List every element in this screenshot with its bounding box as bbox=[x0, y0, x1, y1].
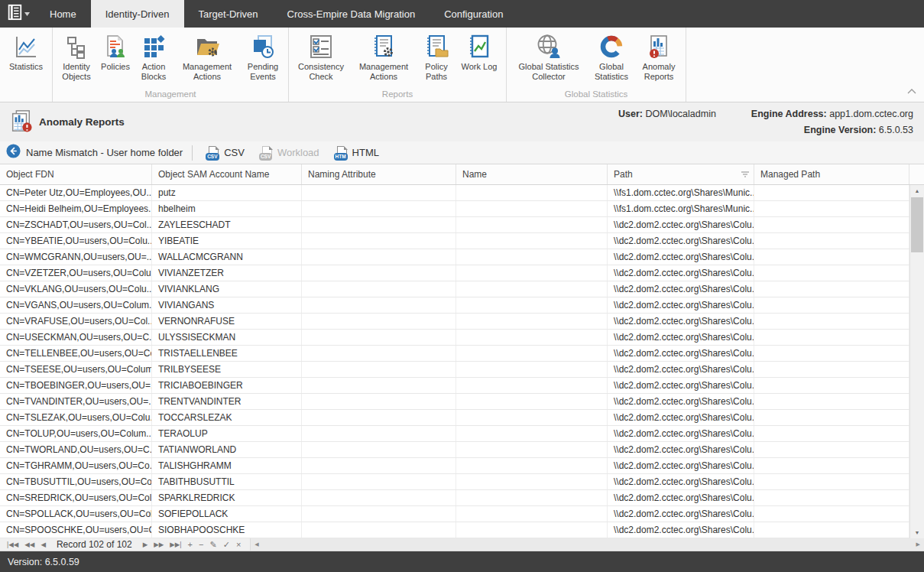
client-version-label: Version: 6.5.0.59 bbox=[8, 557, 79, 567]
table-row[interactable]: CN=Heidi Belheim,OU=Employees...hbelheim… bbox=[0, 201, 909, 217]
post-edit-button[interactable]: ✓ bbox=[220, 538, 233, 551]
ribbon-group-label: Management bbox=[53, 88, 288, 102]
column-header-naming-attribute[interactable]: Naming Attribute bbox=[302, 164, 456, 184]
table-row[interactable]: CN=TGHRAMM,OU=users,OU=Co...TALISHGHRAMM… bbox=[0, 458, 909, 474]
ribbon-button-consistency-check[interactable]: Consistency Check bbox=[292, 32, 350, 83]
table-body: CN=Peter Utz,OU=Employees,OU...putz\\fs1… bbox=[0, 185, 924, 538]
ribbon-button-identity-objects[interactable]: Identity Objects bbox=[56, 32, 97, 83]
table-row[interactable]: CN=TELLENBEE,OU=users,OU=Co...TRISTAELLE… bbox=[0, 346, 909, 362]
column-header-object-sam-account-name[interactable]: Object SAM Account Name bbox=[152, 164, 302, 184]
prior-record-button[interactable]: ◀ bbox=[37, 538, 49, 551]
delete-record-button[interactable]: − bbox=[196, 538, 206, 551]
ribbon-button-anomaly-reports[interactable]: Anomaly Reports bbox=[635, 32, 682, 83]
filter-icon[interactable] bbox=[741, 164, 749, 184]
ribbon-button-statistics[interactable]: Statistics bbox=[3, 32, 49, 73]
donut-chart-icon bbox=[598, 34, 624, 60]
menu-tab-identity-driven[interactable]: Identity-Driven bbox=[91, 0, 184, 28]
engine-address-label: Engine Address: bbox=[751, 109, 827, 119]
ribbon-group: Statistics bbox=[0, 28, 53, 102]
insert-record-button[interactable]: + bbox=[185, 538, 196, 551]
table-row[interactable]: CN=TBUSUTTIL,OU=users,OU=Col...TABITHBUS… bbox=[0, 474, 909, 490]
table-row[interactable]: CN=YBEATIE,OU=users,OU=Colu...YIBEATIE\\… bbox=[0, 233, 909, 249]
table-row[interactable]: CN=WMCGRANN,OU=users,OU=...WALLACMCGRANN… bbox=[0, 249, 909, 265]
table-cell bbox=[302, 346, 456, 361]
ribbon-button-policy-paths[interactable]: Policy Paths bbox=[417, 32, 456, 83]
scroll-down-icon[interactable]: ▼ bbox=[910, 527, 924, 538]
table-row[interactable]: CN=TOLUP,OU=users,OU=Colum...TERAOLUP\\d… bbox=[0, 426, 909, 442]
export-workload-button[interactable]: CSVWorkload bbox=[255, 145, 326, 161]
first-record-button[interactable]: |◀◀ bbox=[4, 538, 21, 551]
menu-tab-target-driven[interactable]: Target-Driven bbox=[184, 0, 273, 28]
table-cell: CN=TSEESE,OU=users,OU=Colum... bbox=[0, 362, 152, 377]
back-button[interactable]: Name Mismatch - User home folder bbox=[6, 144, 183, 161]
edit-record-button[interactable]: ✎ bbox=[206, 538, 219, 551]
table-cell: ULYSSISECKMAN bbox=[152, 330, 302, 345]
doc-gear-icon bbox=[371, 34, 397, 60]
table-cell bbox=[302, 426, 456, 441]
ribbon-group-global-statistics: Global Statistics CollectorGlobal Statis… bbox=[507, 28, 686, 102]
table-cell: TERAOLUP bbox=[152, 426, 302, 441]
scroll-left-icon[interactable]: ◀ bbox=[251, 541, 262, 548]
menu-tab-configuration[interactable]: Configuration bbox=[430, 0, 517, 28]
collapse-ribbon-icon[interactable] bbox=[907, 83, 916, 97]
table-row[interactable]: CN=VGANS,OU=users,OU=Colum...VIVIANGANS\… bbox=[0, 297, 909, 314]
table-cell bbox=[302, 378, 456, 393]
ribbon-button-action-blocks[interactable]: Action Blocks bbox=[134, 32, 173, 83]
column-header-path[interactable]: Path bbox=[608, 164, 754, 184]
table-cell bbox=[456, 314, 608, 329]
ribbon-button-global-statistics[interactable]: Global Statistics bbox=[588, 32, 635, 83]
table-cell bbox=[302, 490, 456, 505]
menu-tab-cross-empire-data-migration[interactable]: Cross-Empire Data Migration bbox=[273, 0, 430, 28]
table-cell: VIVIANGANS bbox=[152, 297, 302, 313]
scroll-up-icon[interactable]: ▲ bbox=[910, 185, 924, 197]
prior-page-button[interactable]: ◀◀ bbox=[21, 538, 37, 551]
export-csv-button[interactable]: CSVCSV bbox=[202, 145, 251, 161]
table-row[interactable]: CN=VZETZER,OU=users,OU=Colu...VIVIANZETZ… bbox=[0, 265, 909, 281]
ribbon-button-global-statistics-collector[interactable]: Global Statistics Collector bbox=[510, 32, 588, 83]
vertical-scrollbar[interactable]: ▲ ▼ bbox=[909, 185, 924, 538]
column-header-object-fdn[interactable]: Object FDN bbox=[0, 164, 152, 184]
ribbon-button-policies[interactable]: Policies bbox=[97, 32, 134, 73]
engine-version-value: 6.5.0.53 bbox=[879, 125, 913, 135]
table-row[interactable]: CN=TSLEZAK,OU=users,OU=Colu...TOCCARSLEZ… bbox=[0, 410, 909, 426]
scroll-right-icon[interactable]: ▶ bbox=[913, 541, 924, 548]
last-record-button[interactable]: ▶▶| bbox=[167, 538, 184, 551]
ribbon-button-label: Anomaly Reports bbox=[637, 62, 680, 82]
table-cell: TALISHGHRAMM bbox=[152, 458, 302, 473]
table-cell bbox=[302, 314, 456, 329]
next-record-button[interactable]: ▶ bbox=[140, 538, 151, 551]
table-row[interactable]: CN=SPOLLACK,OU=users,OU=Col...SOFIEPOLLA… bbox=[0, 506, 909, 522]
column-header-managed-path[interactable]: Managed Path bbox=[754, 164, 909, 184]
table-row[interactable]: CN=TWORLAND,OU=users,OU=C...TATIANWORLAN… bbox=[0, 442, 909, 458]
ribbon-button-management-actions[interactable]: Management Actions bbox=[350, 32, 417, 83]
table-row[interactable]: CN=SPOOSCHKE,OU=users,OU=C...SIOBHAPOOSC… bbox=[0, 522, 909, 538]
ribbon-button-work-log[interactable]: Work Log bbox=[456, 32, 503, 73]
policy-paths-icon bbox=[423, 34, 449, 60]
table-row[interactable]: CN=VRAFUSE,OU=users,OU=Col...VERNONRAFUS… bbox=[0, 314, 909, 330]
table-row[interactable]: CN=Peter Utz,OU=Employees,OU...putz\\fs1… bbox=[0, 185, 909, 201]
table-cell bbox=[754, 249, 909, 265]
ribbon-button-management-actions[interactable]: Management Actions bbox=[173, 32, 241, 83]
table-cell bbox=[302, 217, 456, 232]
table-row[interactable]: CN=TBOEBINGER,OU=users,OU=...TRICIABOEBI… bbox=[0, 378, 909, 394]
scrollbar-thumb[interactable] bbox=[911, 197, 923, 252]
column-header-label: Object SAM Account Name bbox=[158, 164, 301, 184]
engine-version-label: Engine Version: bbox=[804, 125, 876, 135]
table-row[interactable]: CN=TSEESE,OU=users,OU=Colum...TRILBYSEES… bbox=[0, 362, 909, 378]
table-row[interactable]: CN=ZSCHADT,OU=users,OU=Col...ZAYLEESCHAD… bbox=[0, 217, 909, 233]
cancel-edit-button[interactable]: × bbox=[233, 538, 244, 551]
ribbon-button-label: Consistency Check bbox=[294, 62, 348, 82]
table-row[interactable]: CN=SREDRICK,OU=users,OU=Col...SPARKLREDR… bbox=[0, 490, 909, 506]
table-row[interactable]: CN=USECKMAN,OU=users,OU=C...ULYSSISECKMA… bbox=[0, 330, 909, 346]
engine-address-value: app1.dom.cctec.org bbox=[829, 109, 913, 119]
table-cell bbox=[754, 506, 909, 522]
column-header-name[interactable]: Name bbox=[456, 164, 608, 184]
next-page-button[interactable]: ▶▶ bbox=[151, 538, 167, 551]
horizontal-scrollbar[interactable]: ◀▶ bbox=[250, 538, 924, 551]
table-row[interactable]: CN=TVANDINTER,OU=users,OU=...TRENTVANDIN… bbox=[0, 394, 909, 410]
export-html-button[interactable]: HTMHTML bbox=[330, 145, 385, 161]
app-menu-button[interactable] bbox=[0, 0, 35, 28]
ribbon-button-pending-events[interactable]: Pending Events bbox=[241, 32, 285, 83]
menu-tab-home[interactable]: Home bbox=[35, 0, 91, 28]
table-row[interactable]: CN=VKLANG,OU=users,OU=Colu...VIVIANKLANG… bbox=[0, 281, 909, 297]
